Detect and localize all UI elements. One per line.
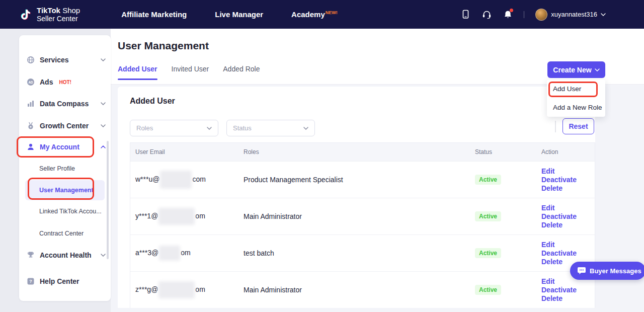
delete-link[interactable]: Delete xyxy=(541,184,595,193)
table-row: y***1@om Main Administrator Active Edit … xyxy=(130,198,595,235)
status-badge: Active xyxy=(475,211,501,221)
email-suffix: om xyxy=(195,212,205,220)
sidebar-item-services[interactable]: Services xyxy=(26,52,106,67)
panel-heading: Added User xyxy=(130,97,175,106)
deactivate-link[interactable]: Deactivate xyxy=(541,212,595,221)
email-prefix: a***3@ xyxy=(135,249,158,257)
active-tab-indicator xyxy=(118,79,157,80)
buyer-messages-button[interactable]: Buyer Messages xyxy=(570,262,644,280)
trophy-icon xyxy=(26,251,35,260)
column-header-roles: Roles xyxy=(238,148,470,155)
reset-button[interactable]: Reset xyxy=(562,118,594,134)
status-cell: Active xyxy=(470,285,535,295)
avatar xyxy=(535,9,547,21)
action-cell: Edit Deactivate Delete xyxy=(535,204,595,229)
status-cell: Active xyxy=(470,248,535,258)
sidebar-scrollbar[interactable] xyxy=(107,141,109,259)
nav-link-live-manager[interactable]: Live Manager xyxy=(215,10,263,19)
sidebar-subitem-user-management[interactable]: User Management xyxy=(25,180,105,200)
user-email-cell: w***u@com xyxy=(130,171,238,189)
email-prefix: w***u@ xyxy=(135,175,159,183)
sidebar-item-growth-center[interactable]: Growth Center xyxy=(26,118,106,133)
chevron-down-icon xyxy=(601,13,606,16)
column-header-action: Action xyxy=(535,148,595,155)
chevron-down-icon xyxy=(101,102,106,105)
tiktok-note-icon xyxy=(19,7,32,22)
sidebar-item-label: Account Health xyxy=(40,251,92,259)
table-row: z***g@om Main Administrator Active Edit … xyxy=(130,271,595,308)
chevron-down-icon xyxy=(101,254,106,257)
sidebar-subitem-contract-center[interactable]: Contract Center xyxy=(25,225,105,242)
sidebar-item-help-center[interactable]: ? Help Center xyxy=(26,274,106,289)
nav-links: Affiliate Marketing Live Manager Academy… xyxy=(121,10,338,19)
status-filter-placeholder: Status xyxy=(233,124,252,132)
page-title: User Management xyxy=(118,40,209,52)
edit-link[interactable]: Edit xyxy=(541,204,595,212)
svg-text:AD: AD xyxy=(28,81,33,84)
email-suffix: om xyxy=(181,249,190,257)
deactivate-link[interactable]: Deactivate xyxy=(541,286,595,294)
table-row: a***3@om test batch Active Edit Deactiva… xyxy=(130,235,595,271)
sidebar-subitem-linked-tiktok-accounts[interactable]: Linked TikTok Accou... xyxy=(25,203,105,220)
role-cell: Main Administrator xyxy=(238,286,470,294)
mobile-app-icon[interactable] xyxy=(460,10,470,20)
tab-invited-user[interactable]: Invited User xyxy=(172,65,209,80)
brand-title-bold: TikTok xyxy=(37,6,60,15)
svg-text:?: ? xyxy=(29,279,32,284)
chevron-down-icon xyxy=(303,127,308,130)
tab-label: Added User xyxy=(118,65,157,73)
action-cell: Edit Deactivate Delete xyxy=(535,167,595,193)
create-new-button[interactable]: Create New xyxy=(547,61,605,78)
delete-link[interactable]: Delete xyxy=(541,294,595,303)
bell-notification-icon[interactable] xyxy=(503,10,513,20)
action-cell: Edit Deactivate Delete xyxy=(535,277,595,303)
notification-dot xyxy=(510,9,513,12)
role-cell: Product Management Specialist xyxy=(238,176,470,184)
chevron-down-icon xyxy=(101,58,106,61)
tab-added-user[interactable]: Added User xyxy=(118,65,157,80)
reset-divider xyxy=(555,121,556,132)
roles-filter-select[interactable]: Roles xyxy=(130,120,218,136)
sidebar-item-label: Growth Center xyxy=(40,122,89,130)
tab-label: Invited User xyxy=(172,65,209,73)
edit-link[interactable]: Edit xyxy=(541,241,595,249)
email-redaction-blur xyxy=(158,208,195,225)
brand-logo[interactable]: TikTok Shop Seller Center xyxy=(19,6,80,23)
user-menu[interactable]: xuyannatest316 xyxy=(535,9,606,21)
create-new-label: Create New xyxy=(553,66,591,74)
sidebar-item-label: Services xyxy=(40,56,69,64)
sidebar-item-label: Data Compass xyxy=(40,100,89,108)
status-filter-select[interactable]: Status xyxy=(226,120,315,136)
chevron-down-icon xyxy=(595,68,600,71)
sidebar-item-label: Ads xyxy=(40,78,53,86)
brand-subtitle: Seller Center xyxy=(37,15,80,23)
hot-badge: HOT! xyxy=(59,80,71,85)
buyer-messages-label: Buyer Messages xyxy=(590,267,641,275)
email-redaction-blur xyxy=(158,281,195,298)
column-header-user-email: User Email xyxy=(130,148,238,155)
email-prefix: z***g@ xyxy=(135,285,158,293)
chat-bubble-icon xyxy=(577,267,586,275)
chevron-up-icon xyxy=(101,145,106,148)
nav-divider xyxy=(524,11,524,18)
menu-item-add-new-role[interactable]: Add a New Role xyxy=(547,98,605,117)
sidebar-item-account-health[interactable]: Account Health xyxy=(26,248,106,263)
tab-bar: Added User Invited User Added Role xyxy=(118,65,260,80)
tab-added-role[interactable]: Added Role xyxy=(223,65,260,80)
nav-link-academy[interactable]: AcademyNEW! xyxy=(291,10,338,19)
sidebar-item-data-compass[interactable]: Data Compass xyxy=(26,96,106,111)
sidebar-item-my-account[interactable]: My Account xyxy=(26,139,106,154)
delete-link[interactable]: Delete xyxy=(541,221,595,229)
nav-link-affiliate-marketing[interactable]: Affiliate Marketing xyxy=(121,10,187,19)
edit-link[interactable]: Edit xyxy=(541,167,595,176)
nav-link-academy-label: Academy xyxy=(291,10,325,19)
email-suffix: om xyxy=(195,285,205,293)
deactivate-link[interactable]: Deactivate xyxy=(541,249,595,258)
sidebar-subitem-seller-profile[interactable]: Seller Profile xyxy=(25,160,105,177)
sidebar-item-ads[interactable]: AD Ads HOT! xyxy=(26,74,106,90)
menu-item-add-user[interactable]: Add User xyxy=(547,80,605,98)
email-redaction-blur xyxy=(160,171,192,189)
user-email-cell: a***3@om xyxy=(130,246,238,261)
headset-support-icon[interactable] xyxy=(481,10,492,20)
deactivate-link[interactable]: Deactivate xyxy=(541,176,595,184)
